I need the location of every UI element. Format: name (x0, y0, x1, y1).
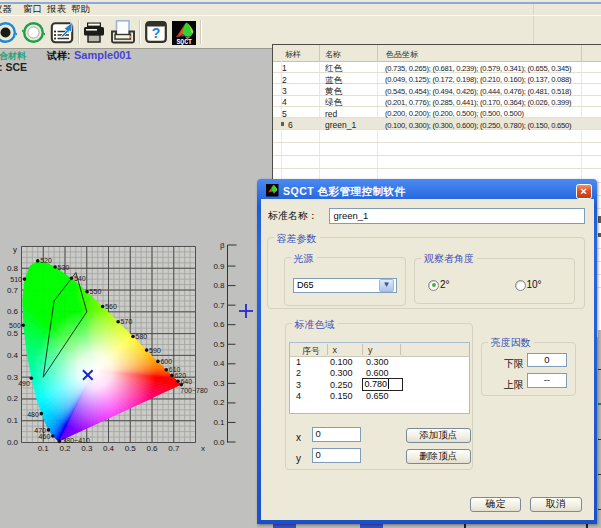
svg-text:560: 560 (105, 303, 117, 310)
svg-text:x: x (201, 444, 205, 453)
svg-text:0.6: 0.6 (213, 320, 225, 329)
svg-text:0.0: 0.0 (213, 438, 225, 447)
svg-text:0.2: 0.2 (7, 394, 19, 403)
svg-text:0.6: 0.6 (146, 444, 158, 453)
svg-text:600: 600 (160, 358, 172, 365)
svg-text:540: 540 (74, 275, 86, 282)
svg-text:0.1: 0.1 (213, 418, 225, 427)
svg-text:570: 570 (121, 318, 133, 325)
svg-text:0.2: 0.2 (59, 444, 71, 453)
svg-text:480: 480 (27, 411, 39, 418)
svg-text:590: 590 (149, 347, 161, 354)
svg-text:0.3: 0.3 (213, 379, 225, 388)
svg-text:y: y (13, 245, 17, 254)
svg-text:460: 460 (39, 433, 51, 440)
svg-text:0.5: 0.5 (7, 329, 19, 338)
svg-text:0.7: 0.7 (213, 301, 225, 310)
svg-text:0.3: 0.3 (7, 373, 19, 382)
svg-text:0.0: 0.0 (7, 438, 19, 447)
svg-text:0.4: 0.4 (103, 444, 115, 453)
svg-text:SQCT: SQCT (176, 39, 192, 45)
svg-text:580: 580 (136, 333, 148, 340)
svg-text:510: 510 (10, 276, 22, 283)
svg-text:0.6: 0.6 (7, 307, 19, 316)
svg-text:0.9: 0.9 (213, 262, 225, 271)
svg-text:0.7: 0.7 (168, 444, 180, 453)
svg-text:0.8: 0.8 (7, 264, 19, 273)
svg-text:700~780: 700~780 (180, 387, 208, 394)
svg-text:0.3: 0.3 (81, 444, 93, 453)
svg-text:530: 530 (58, 264, 70, 271)
svg-text:520: 520 (40, 257, 52, 264)
svg-text:0.2: 0.2 (213, 398, 225, 407)
svg-text:0.7: 0.7 (7, 286, 19, 295)
svg-text:0.4: 0.4 (213, 359, 225, 368)
svg-text:0.4: 0.4 (7, 351, 19, 360)
svg-text:0.5: 0.5 (213, 340, 225, 349)
svg-text:?: ? (152, 25, 161, 41)
svg-text:0.1: 0.1 (38, 444, 50, 453)
svg-text:0.5: 0.5 (125, 444, 137, 453)
svg-text:0.1: 0.1 (7, 416, 19, 425)
svg-text:550: 550 (90, 288, 102, 295)
svg-text:0.8: 0.8 (213, 281, 225, 290)
svg-text:490: 490 (18, 380, 30, 387)
svg-text:β: β (220, 241, 225, 250)
